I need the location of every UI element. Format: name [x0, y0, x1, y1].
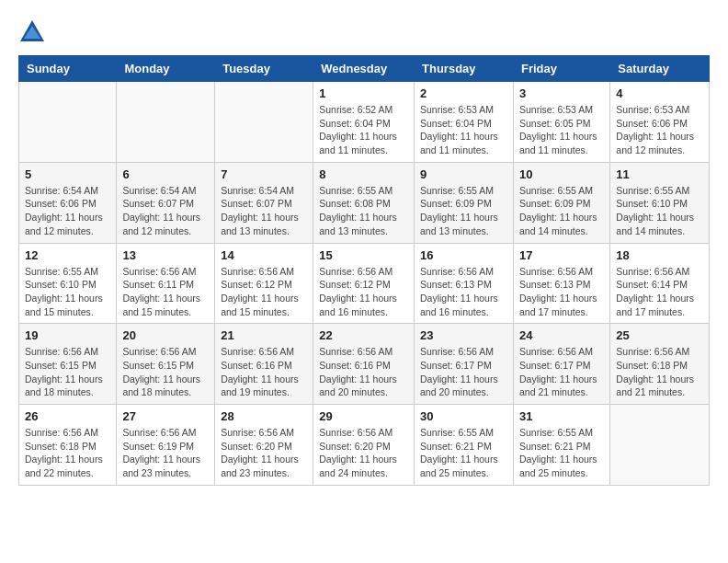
calendar-table: SundayMondayTuesdayWednesdayThursdayFrid…	[18, 55, 710, 486]
calendar-cell	[117, 82, 215, 163]
calendar-cell: 23Sunrise: 6:56 AM Sunset: 6:17 PM Dayli…	[415, 324, 514, 405]
day-info: Sunrise: 6:56 AM Sunset: 6:20 PM Dayligh…	[221, 426, 307, 480]
calendar-cell: 16Sunrise: 6:56 AM Sunset: 6:13 PM Dayli…	[415, 243, 514, 324]
day-number: 29	[319, 409, 408, 423]
day-info: Sunrise: 6:55 AM Sunset: 6:21 PM Dayligh…	[519, 426, 604, 480]
day-info: Sunrise: 6:56 AM Sunset: 6:15 PM Dayligh…	[25, 345, 110, 399]
day-info: Sunrise: 6:56 AM Sunset: 6:12 PM Dayligh…	[319, 265, 408, 319]
header-thursday: Thursday	[415, 56, 514, 82]
day-number: 14	[221, 248, 307, 262]
calendar-cell: 28Sunrise: 6:56 AM Sunset: 6:20 PM Dayli…	[215, 405, 313, 486]
day-number: 10	[519, 167, 604, 181]
day-info: Sunrise: 6:55 AM Sunset: 6:21 PM Dayligh…	[420, 426, 507, 480]
day-number: 15	[319, 248, 408, 262]
day-number: 13	[122, 248, 209, 262]
calendar-cell: 5Sunrise: 6:54 AM Sunset: 6:06 PM Daylig…	[19, 162, 117, 243]
header-wednesday: Wednesday	[313, 56, 415, 82]
day-number: 28	[221, 409, 307, 423]
calendar-cell: 4Sunrise: 6:53 AM Sunset: 6:06 PM Daylig…	[610, 82, 710, 163]
day-info: Sunrise: 6:56 AM Sunset: 6:13 PM Dayligh…	[519, 265, 604, 319]
calendar-cell: 8Sunrise: 6:55 AM Sunset: 6:08 PM Daylig…	[313, 162, 415, 243]
calendar-cell: 30Sunrise: 6:55 AM Sunset: 6:21 PM Dayli…	[415, 405, 514, 486]
day-info: Sunrise: 6:56 AM Sunset: 6:17 PM Dayligh…	[519, 345, 604, 399]
calendar-cell: 21Sunrise: 6:56 AM Sunset: 6:16 PM Dayli…	[215, 324, 313, 405]
calendar-cell: 15Sunrise: 6:56 AM Sunset: 6:12 PM Dayli…	[313, 243, 415, 324]
day-info: Sunrise: 6:54 AM Sunset: 6:07 PM Dayligh…	[122, 184, 209, 238]
day-number: 17	[519, 248, 604, 262]
day-number: 30	[420, 409, 507, 423]
day-number: 12	[25, 248, 110, 262]
calendar-cell: 19Sunrise: 6:56 AM Sunset: 6:15 PM Dayli…	[19, 324, 117, 405]
logo-icon	[18, 18, 46, 46]
day-info: Sunrise: 6:55 AM Sunset: 6:09 PM Dayligh…	[420, 184, 507, 238]
calendar-cell: 22Sunrise: 6:56 AM Sunset: 6:16 PM Dayli…	[313, 324, 415, 405]
day-number: 5	[25, 167, 110, 181]
day-number: 3	[519, 86, 604, 100]
day-info: Sunrise: 6:53 AM Sunset: 6:05 PM Dayligh…	[519, 103, 604, 157]
calendar-cell: 26Sunrise: 6:56 AM Sunset: 6:18 PM Dayli…	[19, 405, 117, 486]
day-number: 18	[616, 248, 703, 262]
calendar-cell	[19, 82, 117, 163]
header-monday: Monday	[117, 56, 215, 82]
day-number: 24	[519, 328, 604, 342]
day-info: Sunrise: 6:56 AM Sunset: 6:17 PM Dayligh…	[420, 345, 507, 399]
day-info: Sunrise: 6:55 AM Sunset: 6:09 PM Dayligh…	[519, 184, 604, 238]
calendar-cell: 9Sunrise: 6:55 AM Sunset: 6:09 PM Daylig…	[415, 162, 514, 243]
calendar-cell: 10Sunrise: 6:55 AM Sunset: 6:09 PM Dayli…	[513, 162, 609, 243]
day-number: 2	[420, 86, 507, 100]
day-number: 26	[25, 409, 110, 423]
day-number: 6	[122, 167, 209, 181]
day-info: Sunrise: 6:52 AM Sunset: 6:04 PM Dayligh…	[319, 103, 408, 157]
day-info: Sunrise: 6:54 AM Sunset: 6:07 PM Dayligh…	[221, 184, 307, 238]
calendar-cell: 7Sunrise: 6:54 AM Sunset: 6:07 PM Daylig…	[215, 162, 313, 243]
calendar-cell	[610, 405, 710, 486]
day-info: Sunrise: 6:56 AM Sunset: 6:15 PM Dayligh…	[122, 345, 209, 399]
day-info: Sunrise: 6:56 AM Sunset: 6:16 PM Dayligh…	[319, 345, 408, 399]
day-number: 1	[319, 86, 408, 100]
calendar-cell: 6Sunrise: 6:54 AM Sunset: 6:07 PM Daylig…	[117, 162, 215, 243]
day-info: Sunrise: 6:56 AM Sunset: 6:14 PM Dayligh…	[616, 265, 703, 319]
calendar-cell: 11Sunrise: 6:55 AM Sunset: 6:10 PM Dayli…	[610, 162, 710, 243]
day-info: Sunrise: 6:55 AM Sunset: 6:10 PM Dayligh…	[616, 184, 703, 238]
day-info: Sunrise: 6:56 AM Sunset: 6:11 PM Dayligh…	[122, 265, 209, 319]
day-info: Sunrise: 6:53 AM Sunset: 6:06 PM Dayligh…	[616, 103, 703, 157]
calendar-cell: 24Sunrise: 6:56 AM Sunset: 6:17 PM Dayli…	[513, 324, 609, 405]
calendar-week-row: 26Sunrise: 6:56 AM Sunset: 6:18 PM Dayli…	[19, 405, 710, 486]
day-number: 25	[616, 328, 703, 342]
calendar-cell: 12Sunrise: 6:55 AM Sunset: 6:10 PM Dayli…	[19, 243, 117, 324]
day-number: 11	[616, 167, 703, 181]
day-number: 23	[420, 328, 507, 342]
calendar-header-row: SundayMondayTuesdayWednesdayThursdayFrid…	[19, 56, 710, 82]
calendar-week-row: 5Sunrise: 6:54 AM Sunset: 6:06 PM Daylig…	[19, 162, 710, 243]
day-info: Sunrise: 6:56 AM Sunset: 6:18 PM Dayligh…	[25, 426, 110, 480]
header-sunday: Sunday	[19, 56, 117, 82]
calendar-cell: 1Sunrise: 6:52 AM Sunset: 6:04 PM Daylig…	[313, 82, 415, 163]
calendar-cell: 31Sunrise: 6:55 AM Sunset: 6:21 PM Dayli…	[513, 405, 609, 486]
calendar-cell: 18Sunrise: 6:56 AM Sunset: 6:14 PM Dayli…	[610, 243, 710, 324]
day-number: 22	[319, 328, 408, 342]
day-number: 21	[221, 328, 307, 342]
day-info: Sunrise: 6:56 AM Sunset: 6:13 PM Dayligh…	[420, 265, 507, 319]
day-info: Sunrise: 6:56 AM Sunset: 6:12 PM Dayligh…	[221, 265, 307, 319]
day-number: 31	[519, 409, 604, 423]
calendar-cell	[215, 82, 313, 163]
calendar-cell: 29Sunrise: 6:56 AM Sunset: 6:20 PM Dayli…	[313, 405, 415, 486]
day-number: 16	[420, 248, 507, 262]
calendar-cell: 2Sunrise: 6:53 AM Sunset: 6:04 PM Daylig…	[415, 82, 514, 163]
day-info: Sunrise: 6:54 AM Sunset: 6:06 PM Dayligh…	[25, 184, 110, 238]
calendar-cell: 13Sunrise: 6:56 AM Sunset: 6:11 PM Dayli…	[117, 243, 215, 324]
day-info: Sunrise: 6:56 AM Sunset: 6:18 PM Dayligh…	[616, 345, 703, 399]
calendar-cell: 17Sunrise: 6:56 AM Sunset: 6:13 PM Dayli…	[513, 243, 609, 324]
header-friday: Friday	[513, 56, 609, 82]
day-number: 19	[25, 328, 110, 342]
day-number: 9	[420, 167, 507, 181]
day-info: Sunrise: 6:53 AM Sunset: 6:04 PM Dayligh…	[420, 103, 507, 157]
calendar-week-row: 1Sunrise: 6:52 AM Sunset: 6:04 PM Daylig…	[19, 82, 710, 163]
calendar-week-row: 19Sunrise: 6:56 AM Sunset: 6:15 PM Dayli…	[19, 324, 710, 405]
header-tuesday: Tuesday	[215, 56, 313, 82]
logo	[18, 18, 48, 46]
calendar-cell: 27Sunrise: 6:56 AM Sunset: 6:19 PM Dayli…	[117, 405, 215, 486]
page-header	[18, 18, 710, 46]
calendar-cell: 25Sunrise: 6:56 AM Sunset: 6:18 PM Dayli…	[610, 324, 710, 405]
day-number: 20	[122, 328, 209, 342]
